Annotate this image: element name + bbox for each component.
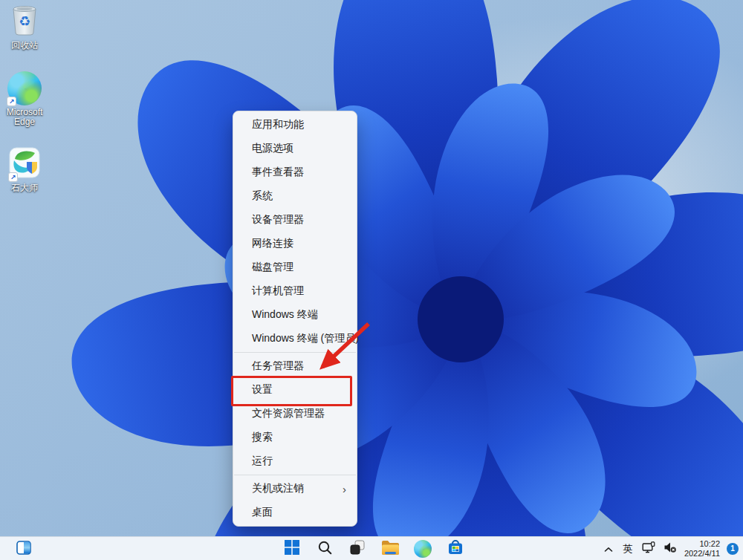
- shortcut-arrow-icon: ↗: [8, 172, 18, 182]
- menu-divider: [234, 352, 356, 353]
- network-button[interactable]: [641, 539, 656, 559]
- menu-item-windows-terminal-admin[interactable]: Windows 终端 (管理员): [233, 327, 357, 351]
- menu-item-network-connections[interactable]: 网络连接: [233, 232, 357, 255]
- desktop-icon-label: 回收站: [11, 41, 38, 51]
- edge-icon: [414, 540, 432, 558]
- clock-time: 10:22: [684, 539, 720, 549]
- menu-divider: [234, 475, 356, 475]
- menu-item-settings[interactable]: 设置: [233, 378, 357, 402]
- desktop-icon-microsoft-edge[interactable]: ↗ Microsoft Edge: [1, 71, 48, 127]
- menu-item-label: 事件查看器: [252, 166, 349, 179]
- menu-item-label: 磁盘管理: [252, 261, 349, 274]
- menu-item-windows-terminal[interactable]: Windows 终端: [233, 303, 357, 327]
- hidden-icons-button[interactable]: [603, 539, 614, 559]
- menu-item-label: 网络连接: [252, 237, 349, 250]
- wallpaper-bloom: [0, 0, 743, 560]
- clock-date: 2022/4/11: [684, 549, 720, 559]
- file-explorer-icon: [381, 540, 400, 559]
- menu-item-label: Windows 终端 (管理员): [252, 332, 359, 345]
- task-view-button[interactable]: [348, 539, 366, 559]
- task-view-icon: [349, 539, 366, 559]
- desktop: ♻ 回收站 ↗ Microsoft Edge: [0, 0, 743, 560]
- desktop-icon-label: 石大师: [11, 183, 38, 193]
- menu-item-label: 运行: [252, 455, 349, 468]
- widgets-button[interactable]: [15, 539, 33, 559]
- menu-item-label: 文件资源管理器: [252, 407, 349, 420]
- menu-item-label: 设置: [252, 383, 349, 397]
- ethernet-icon: [642, 541, 655, 556]
- menu-item-label: 应用和功能: [252, 118, 349, 131]
- hidden-icons-chevron-icon: [604, 542, 613, 556]
- menu-item-task-manager[interactable]: 任务管理器: [233, 354, 357, 378]
- menu-item-apps-features[interactable]: 应用和功能: [233, 113, 357, 137]
- menu-item-label: 关机或注销: [252, 482, 343, 495]
- volume-button[interactable]: [663, 539, 678, 559]
- desktop-icon-recycle-bin[interactable]: ♻ 回收站: [1, 3, 48, 51]
- svg-text:♻: ♻: [19, 13, 30, 29]
- start-button[interactable]: [283, 539, 301, 559]
- menu-item-file-explorer[interactable]: 文件资源管理器: [233, 402, 357, 426]
- store-button[interactable]: [447, 539, 464, 559]
- menu-item-system[interactable]: 系统: [233, 184, 357, 208]
- shortcut-arrow-icon: ↗: [7, 97, 16, 106]
- volume-muted-icon: [663, 541, 677, 556]
- shi-da-shi-icon: ↗: [9, 147, 40, 181]
- clock[interactable]: 10:22 2022/4/11: [684, 539, 720, 559]
- widgets-icon: [16, 541, 31, 558]
- start-icon: [284, 539, 300, 559]
- menu-item-search[interactable]: 搜索: [233, 426, 357, 449]
- menu-item-label: 桌面: [252, 506, 349, 519]
- desktop-icon-shi-da-shi[interactable]: ↗ 石大师: [1, 147, 48, 193]
- menu-item-label: 设备管理器: [252, 213, 349, 227]
- menu-item-run[interactable]: 运行: [233, 449, 357, 473]
- edge-icon: ↗: [7, 71, 42, 105]
- menu-item-event-viewer[interactable]: 事件查看器: [233, 160, 357, 184]
- menu-item-disk-management[interactable]: 磁盘管理: [233, 255, 357, 279]
- menu-item-shutdown-signout[interactable]: 关机或注销›: [233, 477, 357, 501]
- menu-item-power-options[interactable]: 电源选项: [233, 137, 357, 160]
- menu-item-desktop[interactable]: 桌面: [233, 501, 357, 524]
- winx-context-menu: 应用和功能电源选项事件查看器系统设备管理器网络连接磁盘管理计算机管理Window…: [233, 111, 357, 527]
- search-button[interactable]: [316, 539, 334, 559]
- menu-item-label: 电源选项: [252, 142, 349, 155]
- desktop-icon-label: Microsoft Edge: [1, 108, 48, 127]
- search-icon: [317, 540, 333, 559]
- menu-item-label: 任务管理器: [252, 359, 349, 373]
- submenu-chevron-icon: ›: [343, 483, 346, 495]
- ime-indicator[interactable]: 英: [621, 539, 635, 559]
- menu-item-label: 搜索: [252, 431, 349, 444]
- ime-label: 英: [623, 542, 632, 556]
- recycle-bin-icon: ♻: [10, 3, 39, 39]
- notification-badge[interactable]: 1: [727, 543, 739, 555]
- file-explorer-button[interactable]: [381, 539, 399, 559]
- menu-item-label: 系统: [252, 189, 349, 203]
- menu-item-label: 计算机管理: [252, 284, 349, 298]
- winx-menu-list: 应用和功能电源选项事件查看器系统设备管理器网络连接磁盘管理计算机管理Window…: [233, 113, 357, 524]
- menu-item-computer-management[interactable]: 计算机管理: [233, 279, 357, 303]
- menu-item-label: Windows 终端: [252, 308, 349, 322]
- menu-item-device-manager[interactable]: 设备管理器: [233, 208, 357, 232]
- taskbar: 英: [0, 536, 743, 560]
- edge-button[interactable]: [414, 539, 432, 559]
- store-icon: [447, 538, 464, 559]
